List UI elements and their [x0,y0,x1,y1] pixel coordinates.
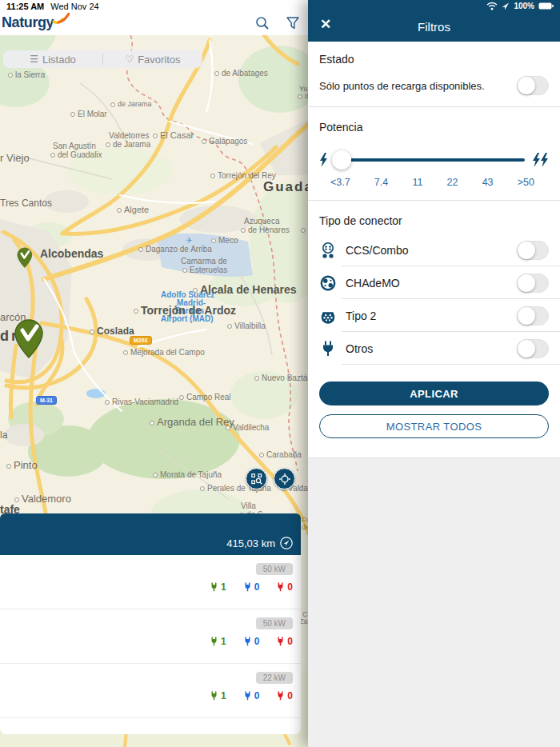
crosshair-icon [279,473,290,485]
available-connectors: 1 [210,581,226,593]
filters-panel: 100% ✕ Filtros Estado Sólo puntos de rec… [308,0,560,747]
connector-row-ccs: CCS/Combo [319,234,549,266]
plug-icon [277,691,284,701]
slider-track[interactable] [334,158,525,162]
available-connectors: 1 [210,636,226,647]
plug-icon [210,582,218,592]
list-icon: ☰ [30,54,38,64]
filter-funnel-icon[interactable] [286,16,300,30]
connector-label: CCS/Combo [346,244,517,257]
app-screen: ✈ la Sierrade AlbatagesYunde Hde JaramaE… [0,0,560,747]
results-sheet-header[interactable]: 415,03 km [0,513,301,555]
tipo2-connector-icon [319,307,337,325]
power-badge: 50 kW [256,563,293,575]
plug-icon [210,691,218,701]
tick-label: 7.4 [374,177,388,188]
show-all-button[interactable]: MOSTRAR TODOS [319,414,549,438]
connector-label: CHAdeMO [346,277,517,290]
plug-icon [244,637,251,646]
power-badge: 22 kW [256,672,293,684]
plug-icon [244,582,251,592]
plug-otros-icon [319,340,337,358]
view-segmented-control: ☰ Listado ♡ Favoritos [3,50,202,68]
available-only-label: Sólo puntos de recarga disponibles. [319,80,485,92]
power-tick-labels: <3.7 7.4 11 22 43 >50 [330,177,534,188]
plug-icon [277,582,284,592]
tick-label: 22 [447,177,458,188]
location-arrow-icon[interactable] [280,537,293,549]
distance-value: 415,03 km [226,537,275,549]
tab-listado[interactable]: ☰ Listado [3,50,102,68]
naturgy-butterfly-icon [52,13,70,26]
chademo-connector-icon [319,274,337,292]
battery-icon [538,2,554,10]
panel-background [308,457,560,747]
qr-search-icon [251,473,262,485]
low-power-bolt-icon [319,153,328,167]
tab-listado-label: Listado [42,54,76,66]
date: Wed Nov 24 [50,2,98,11]
charge-point-list-item[interactable]: 50 kW 1 [0,555,301,609]
tick-label: 11 [412,177,422,188]
status-bar-left: 11:25 AM Wed Nov 24 [0,0,308,13]
charge-point-marker-small[interactable] [18,248,32,267]
connector-row-tipo2: Tipo 2 [319,299,549,332]
results-list: 50 kW 1 [0,555,301,734]
connector-label: Otros [346,342,517,355]
estado-heading: Estado [319,42,549,66]
connector-label: Tipo 2 [346,310,517,322]
app-header: Naturgy [0,13,308,35]
charge-point-list-item[interactable]: 50 kW 1 [0,609,301,664]
wifi-icon [486,2,498,10]
tick-label: 43 [482,177,494,188]
occupied-connectors: 0 [244,581,260,593]
plug-icon [277,637,284,646]
occupied-connectors: 0 [244,690,260,701]
clock: 11:25 AM [6,2,44,11]
ccs-combo-connector-icon [319,242,337,259]
battery-percent: 100% [514,2,534,10]
tick-label: <3.7 [330,177,350,188]
plug-icon [210,637,218,646]
scan-qr-search-button[interactable] [246,468,267,489]
location-services-icon [502,2,510,10]
occupied-connectors: 0 [244,636,260,647]
connector-row-otros: Otros [319,332,549,365]
filters-header: 100% ✕ Filtros [308,0,560,42]
unavailable-connectors: 0 [277,581,293,593]
tick-label: >50 [518,177,534,188]
status-bar-right: 100% [486,2,554,10]
conector-heading: Tipo de conector [319,201,549,227]
chademo-toggle[interactable] [517,274,549,293]
ccs-combo-toggle[interactable] [517,241,549,260]
connector-row-chademo: CHAdeMO [319,266,549,299]
panel-title: Filtros [308,20,560,34]
charge-point-list-item[interactable]: 22 kW 1 [0,664,301,718]
plug-icon [244,691,251,701]
tipo2-toggle[interactable] [517,306,549,326]
locate-me-button[interactable] [274,468,295,489]
heart-icon: ♡ [125,54,134,64]
available-only-toggle[interactable] [517,76,549,95]
naturgy-logo: Naturgy [2,14,70,31]
available-connectors: 1 [210,690,226,701]
apply-button[interactable]: APLICAR [319,381,549,405]
charge-point-marker-large[interactable] [15,320,42,358]
potencia-heading: Potencia [319,107,549,134]
slider-thumb[interactable] [332,150,351,170]
search-icon[interactable] [255,16,270,30]
brand-name: Naturgy [2,14,54,31]
high-power-bolts-icon [531,153,549,167]
power-slider[interactable] [334,150,525,170]
otros-toggle[interactable] [517,339,549,358]
power-badge: 50 kW [256,617,293,629]
tab-favoritos-label: Favoritos [138,54,180,66]
map-app-region: ✈ la Sierrade AlbatagesYunde Hde JaramaE… [0,0,308,747]
unavailable-connectors: 0 [277,690,293,701]
unavailable-connectors: 0 [277,636,293,647]
tab-favoritos[interactable]: ♡ Favoritos [103,50,202,68]
